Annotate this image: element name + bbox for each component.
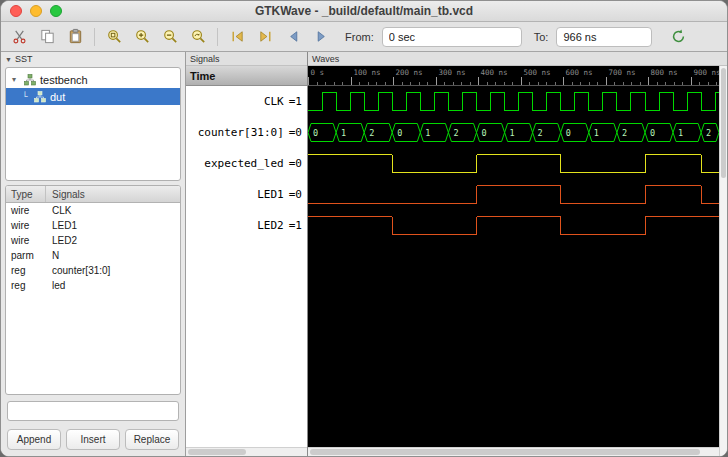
svg-text:700 ns: 700 ns — [609, 68, 636, 77]
zoom-fit-icon — [106, 28, 123, 45]
signal-row[interactable]: CLK=1 — [186, 86, 307, 117]
signals-panel: Signals Time CLK=1 counter[31:0]=0 expec… — [186, 52, 308, 456]
waves-vertical-scrollbar[interactable] — [719, 66, 727, 456]
svg-text:0: 0 — [313, 128, 318, 138]
tree-item-dut[interactable]: └ dut — [6, 88, 180, 105]
toolbar: From: To: — [1, 22, 727, 52]
svg-text:200 ns: 200 ns — [396, 68, 423, 77]
column-header-signals[interactable]: Signals — [46, 186, 180, 202]
scrollbar-thumb[interactable] — [310, 449, 700, 455]
cell-type: reg — [6, 263, 46, 278]
table-row[interactable]: parmN — [6, 248, 180, 263]
signal-filter-input[interactable] — [7, 401, 179, 421]
signal-type-table: Type Signals wireCLK wireLED1 wireLED2 p… — [5, 185, 181, 395]
titlebar[interactable]: GTKWave - _build/default/main_tb.vcd — [1, 1, 727, 22]
signal-name: expected_led — [204, 157, 283, 170]
hierarchy-icon — [34, 91, 46, 103]
from-label: From: — [345, 31, 374, 43]
svg-text:0 s: 0 s — [311, 68, 325, 77]
table-header[interactable]: Type Signals — [6, 186, 180, 203]
signal-name: LED2 — [257, 219, 284, 232]
sst-label: SST — [15, 54, 33, 64]
table-row[interactable]: regcounter[31:0] — [6, 263, 180, 278]
window-title: GTKWave - _build/default/main_tb.vcd — [1, 4, 727, 18]
sst-header[interactable]: ▼ SST — [1, 52, 185, 66]
zoom-out-button[interactable] — [158, 25, 182, 49]
tree-item-testbench[interactable]: ▾ testbench — [6, 71, 180, 88]
svg-text:300 ns: 300 ns — [439, 68, 466, 77]
append-button[interactable]: Append — [7, 429, 61, 450]
to-end-button[interactable] — [253, 25, 277, 49]
close-button[interactable] — [10, 5, 22, 17]
to-start-button[interactable] — [225, 25, 249, 49]
signal-row[interactable]: expected_led=0 — [186, 148, 307, 179]
signal-value: =0 — [289, 126, 302, 139]
svg-text:0: 0 — [650, 128, 655, 138]
copy-button[interactable] — [35, 25, 59, 49]
cell-type: parm — [6, 248, 46, 263]
svg-text:800 ns: 800 ns — [651, 68, 678, 77]
to-input[interactable] — [556, 27, 652, 47]
tree-item-label: testbench — [40, 74, 88, 86]
paste-button[interactable] — [63, 25, 87, 49]
signal-row[interactable]: LED1=0 — [186, 179, 307, 210]
zoom-fit-button[interactable] — [102, 25, 126, 49]
svg-text:1: 1 — [678, 128, 683, 138]
scrollbar-thumb[interactable] — [721, 68, 726, 178]
insert-button[interactable]: Insert — [66, 429, 120, 450]
svg-text:0: 0 — [397, 128, 402, 138]
minimize-button[interactable] — [30, 5, 42, 17]
main-area: ▼ SST ▾ testbench └ dut Type Signal — [1, 52, 727, 456]
find-next-edge-button[interactable] — [309, 25, 333, 49]
waves-horizontal-scrollbar[interactable] — [308, 447, 719, 456]
hierarchy-tree: ▾ testbench └ dut — [5, 67, 181, 181]
cut-icon — [11, 28, 28, 45]
table-row[interactable]: regled — [6, 278, 180, 293]
signals-horizontal-scrollbar[interactable] — [186, 447, 307, 456]
zoom-in-button[interactable] — [130, 25, 154, 49]
collapse-triangle-icon[interactable]: ▼ — [5, 56, 12, 63]
svg-text:100 ns: 100 ns — [354, 68, 381, 77]
wave-canvas[interactable]: 0 s100 ns200 ns300 ns400 ns500 ns600 ns7… — [308, 66, 719, 447]
zoom-in-icon — [134, 28, 151, 45]
reload-button[interactable] — [666, 25, 690, 49]
table-row[interactable]: wireLED1 — [6, 218, 180, 233]
scrollbar-thumb[interactable] — [188, 449, 246, 455]
signal-value: =0 — [289, 188, 302, 201]
expander-icon[interactable]: ▾ — [12, 75, 20, 84]
svg-text:2: 2 — [622, 128, 627, 138]
signal-name: CLK — [264, 95, 284, 108]
to-start-icon — [229, 28, 246, 45]
find-prev-edge-button[interactable] — [281, 25, 305, 49]
cell-signal: N — [46, 248, 180, 263]
cell-signal: LED1 — [46, 218, 180, 233]
signals-pane-header: Signals — [186, 52, 307, 66]
cell-type: reg — [6, 278, 46, 293]
zoom-window-button[interactable] — [50, 5, 62, 17]
svg-text:2: 2 — [369, 128, 374, 138]
gtkwave-window: GTKWave - _build/default/main_tb.vcd Fro… — [0, 0, 728, 457]
table-row[interactable]: wireLED2 — [6, 233, 180, 248]
from-input[interactable] — [382, 27, 522, 47]
signal-row[interactable]: LED2=1 — [186, 210, 307, 241]
cell-signal: led — [46, 278, 180, 293]
zoom-out-icon — [162, 28, 179, 45]
zoom-undo-button[interactable] — [186, 25, 210, 49]
waves-pane-header: Waves — [308, 52, 727, 66]
svg-text:2: 2 — [453, 128, 458, 138]
svg-text:1: 1 — [341, 128, 346, 138]
copy-icon — [39, 28, 56, 45]
svg-text:2: 2 — [538, 128, 543, 138]
svg-text:1: 1 — [425, 128, 430, 138]
column-header-type[interactable]: Type — [6, 186, 46, 202]
cell-type: wire — [6, 203, 46, 218]
to-end-icon — [257, 28, 274, 45]
toolbar-separator — [94, 28, 95, 46]
svg-text:2: 2 — [706, 128, 711, 138]
cut-button[interactable] — [7, 25, 31, 49]
table-row[interactable]: wireCLK — [6, 203, 180, 218]
cell-type: wire — [6, 218, 46, 233]
signal-name: counter[31:0] — [198, 126, 284, 139]
replace-button[interactable]: Replace — [125, 429, 179, 450]
signal-row[interactable]: counter[31:0]=0 — [186, 117, 307, 148]
